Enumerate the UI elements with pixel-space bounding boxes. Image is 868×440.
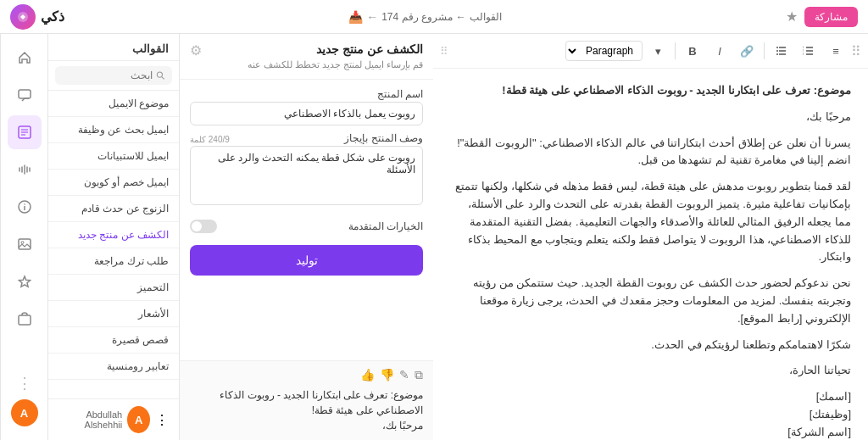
svg-point-12: [776, 53, 778, 55]
user-name: Abdullah Alshehhii: [58, 409, 122, 430]
svg-point-10: [776, 47, 778, 48]
breadcrumb-project: مشروع رقم 174: [381, 11, 453, 23]
sidebar-item-images[interactable]: [8, 227, 42, 261]
template-item-job-email[interactable]: ايميل بحث عن وظيفة: [48, 117, 179, 143]
template-item-new-product[interactable]: الكشف عن منتج جديد: [48, 222, 179, 248]
search-box: [48, 61, 179, 91]
toolbar-ul-btn[interactable]: [770, 39, 793, 63]
email-p4: شكرًا لاهتمامكم وتطلعنا لرؤيتكم في الحدث…: [450, 337, 851, 354]
template-item-review[interactable]: طلب ترك مراجعة: [48, 248, 179, 275]
template-item-short-stories[interactable]: قصص قصيرة: [48, 327, 179, 354]
thumbdown-icon[interactable]: 👎: [380, 368, 394, 382]
edit-icon[interactable]: ✎: [399, 368, 409, 382]
product-name-input[interactable]: [190, 102, 423, 125]
share-button[interactable]: مشاركة: [804, 7, 858, 27]
template-editor: الكشف عن منتج جديد قم بإرساء ايميل لمنتج…: [179, 34, 433, 440]
editor-toolbar: ⠿ ≡ 123 🔗 I B ▾ Paragraph ⠿: [433, 34, 868, 69]
preview-actions: ⧉ ✎ 👎 👍: [190, 368, 423, 382]
sidebar-item-home[interactable]: [8, 41, 42, 75]
sidebar-item-favorites[interactable]: [8, 265, 42, 298]
toolbar-separator: [764, 42, 765, 59]
preview-greeting: مرحبًا بك،: [190, 418, 423, 433]
star-icon[interactable]: ★: [786, 8, 798, 25]
word-count: 240/9 كلمة: [190, 135, 230, 144]
template-editor-settings-icon[interactable]: ⚙: [190, 42, 202, 58]
sidebar-item-info[interactable]: [8, 190, 42, 224]
email-subject: موضوع: تعرف على ابتكارنا الجديد - روبوت …: [502, 84, 851, 97]
product-desc-label: وصف المنتح بإيجاز: [344, 132, 423, 144]
breadcrumb: القوالب ← مشروع رقم 174 ← 📥: [348, 10, 502, 24]
topbar: مشاركة ★ القوالب ← مشروع رقم 174 ← 📥 ذكي: [0, 0, 868, 34]
template-editor-title: الكشف عن منتج جديد: [248, 42, 423, 56]
template-item-client-email[interactable]: موضوع الايميل: [48, 91, 179, 117]
topbar-right: ذكي: [10, 4, 64, 30]
more-options-icon[interactable]: ⋮: [155, 412, 169, 428]
email-p1: يسرنا أن نعلن عن إطلاق أحدث ابتكاراتنا ف…: [450, 135, 851, 170]
main-layout: ⠿ ≡ 123 🔗 I B ▾ Paragraph ⠿ موضوع: تعرف …: [0, 34, 868, 440]
more-icon[interactable]: ⋮: [17, 374, 32, 393]
sidebar-item-templates[interactable]: [8, 115, 42, 149]
svg-text:3: 3: [803, 53, 804, 56]
template-item-romantic[interactable]: تعابير رومنسية: [48, 354, 179, 380]
toolbar-link-btn[interactable]: 🔗: [735, 39, 759, 63]
search-input[interactable]: [62, 70, 153, 81]
editor-content[interactable]: موضوع: تعرف على ابتكارنا الجديد - روبوت …: [433, 69, 868, 440]
template-form: اسم المنتج وصف المنتح بإيجاز 240/9 كلمة …: [180, 80, 433, 360]
topbar-left: مشاركة ★: [786, 7, 858, 27]
toolbar-bold-btn[interactable]: B: [681, 39, 704, 63]
product-desc-textarea[interactable]: روبوت على شكل قطة يمكنه التحدث والرد على…: [190, 146, 423, 205]
svg-rect-25: [19, 315, 31, 325]
templates-list: موضوع الايميل ايميل بحث عن وظيفة ايميل ل…: [48, 91, 179, 398]
advanced-toggle[interactable]: [190, 220, 217, 233]
email-closing: تحياتنا الحارة،: [450, 362, 851, 380]
copy-icon[interactable]: ⧉: [415, 368, 423, 382]
template-item-wedding[interactable]: الزنوج عن حدث قادم: [48, 196, 179, 222]
product-name-label: اسم المنتج: [190, 88, 423, 100]
toolbar-separator-2: [675, 42, 676, 59]
breadcrumb-home[interactable]: القوالب: [470, 11, 502, 23]
svg-point-13: [158, 72, 163, 77]
generate-button[interactable]: توليد: [190, 245, 423, 276]
svg-point-22: [24, 203, 25, 205]
svg-rect-15: [19, 90, 31, 98]
toolbar-italic-btn[interactable]: I: [708, 39, 732, 63]
toggle-dot: [192, 221, 202, 231]
thumbup-icon[interactable]: 👍: [360, 368, 375, 382]
sidebar-item-projects[interactable]: [8, 302, 42, 336]
svg-point-24: [21, 242, 24, 244]
toolbar-more-btn[interactable]: ▾: [646, 39, 670, 63]
templates-bottom: ⋮ A Abdullah Alshehhii: [48, 398, 179, 440]
logo-text: ذكي: [41, 8, 64, 25]
template-preview: ⧉ ✎ 👎 👍 موضوع: تعرف على ابتكارنا الجديد …: [180, 360, 433, 440]
svg-rect-23: [19, 239, 31, 249]
sidebar-item-sounds[interactable]: [8, 153, 42, 187]
template-item-warmup[interactable]: التحميز: [48, 275, 179, 301]
svg-point-11: [776, 50, 778, 52]
logo-icon: [10, 4, 36, 30]
svg-line-14: [162, 77, 164, 80]
advanced-options: الخيارات المتقدمة: [190, 214, 423, 238]
preview-subject: موضوع: تعرف على ابتكارنا الجديد - روبوت …: [190, 387, 423, 418]
email-p3: نحن ندعوكم لحضور حدث الكشف عن روبوت القط…: [450, 275, 851, 327]
search-input-container: [55, 66, 172, 85]
toolbar-drag-icon[interactable]: ⠿: [440, 45, 448, 58]
toolbar-align-btn[interactable]: ≡: [824, 39, 848, 63]
breadcrumb-separator: ←: [456, 11, 466, 23]
email-p2: لقد قمنا بتطوير روبوت مدهش على هيئة قطة،…: [450, 178, 851, 266]
template-item-prices[interactable]: الأشعار: [48, 301, 179, 327]
email-fields: [اسمك] [وظيفتك] [اسم الشركة]: [450, 388, 851, 440]
toolbar-ol-btn[interactable]: 123: [797, 39, 821, 63]
email-greeting: مرحبًا بك،: [450, 109, 851, 126]
inbox-icon: 📥: [348, 10, 363, 24]
templates-sidebar-header: القوالب: [48, 34, 179, 61]
drag-handle-icon[interactable]: ⠿: [851, 43, 861, 59]
user-avatar: A: [127, 406, 150, 433]
templates-sidebar: القوالب موضوع الايميل ايميل بحث عن وظيفة…: [47, 34, 179, 440]
paragraph-select[interactable]: Paragraph: [565, 41, 643, 61]
template-editor-subtitle: قم بإرساء ايميل لمنتج جديد تخطط للكشف عن…: [248, 59, 423, 70]
advanced-label: الخيارات المتقدمة: [348, 220, 423, 232]
sidebar-item-chat[interactable]: [8, 78, 42, 112]
template-item-stats-email[interactable]: ايميل للاستبيانات: [48, 143, 179, 170]
template-item-coupon-email[interactable]: ايميل خصم أو كوبون: [48, 170, 179, 196]
user-avatar-nav[interactable]: A: [11, 399, 38, 426]
